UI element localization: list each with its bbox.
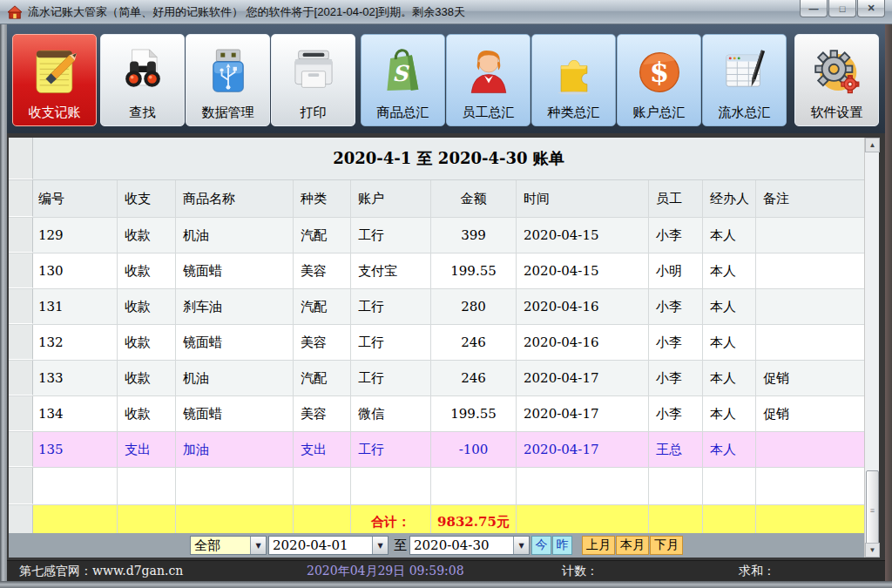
table-row-expense-selected[interactable]: 135 支出 加油 支出 工行 -100 2020-04-17 王总 本人: [9, 432, 864, 468]
cell-product: 镜面蜡: [176, 325, 294, 360]
table-row[interactable]: 130 收款 镜面蜡 美容 支付宝 199.55 2020-04-15 小明 本…: [9, 253, 864, 289]
home-icon: [7, 5, 23, 19]
cell-type: 收款: [118, 289, 176, 324]
table-row[interactable]: 131 收款 刹车油 汽配 工行 280 2020-04-16 小李 本人: [9, 289, 864, 325]
toolbar-button-label: 打印: [301, 105, 327, 119]
toolbar-button-label: 查找: [130, 105, 156, 119]
table-row[interactable]: 129 收款 机油 汽配 工行 399 2020-04-15 小李 本人: [9, 218, 864, 253]
toolbar-button-employee-summary[interactable]: 员工总汇: [446, 34, 530, 126]
row-header-cell[interactable]: [9, 432, 33, 467]
title-bar: 流水记账大管家（简单、好用的记账软件） 您的软件将于[2021-04-02]到期…: [0, 0, 892, 24]
cell-account: 微信: [351, 396, 431, 431]
row-header-cell: [9, 138, 33, 179]
cell-product: 机油: [176, 361, 294, 395]
svg-text:$: $: [649, 56, 668, 89]
prev-month-button[interactable]: 上月: [582, 536, 615, 555]
toolbar-button-settings[interactable]: 软件设置: [794, 34, 879, 126]
column-header[interactable]: 账户: [351, 180, 431, 217]
window-border-left: [0, 24, 7, 581]
vertical-scrollbar[interactable]: ▲ ≡ ▼: [864, 138, 879, 558]
category-select[interactable]: 全部 ▼: [190, 536, 267, 555]
next-month-button[interactable]: 下月: [650, 536, 683, 555]
cell-time: 2020-04-16: [517, 325, 649, 360]
toolbar-button-product-summary[interactable]: S 商品总汇: [361, 34, 445, 126]
cell-blank: [294, 468, 351, 504]
cell-category: 汽配: [294, 361, 351, 395]
cell-handler: 本人: [703, 325, 756, 360]
toolbar-button-label: 收支记账: [29, 105, 81, 119]
cell-type: 支出: [118, 432, 176, 467]
row-header-cell[interactable]: [9, 325, 33, 360]
column-header[interactable]: 时间: [517, 180, 649, 217]
toolbar-button-label: 账户总汇: [633, 105, 686, 119]
cell-employee: 小李: [649, 325, 703, 360]
toolbar-button-flow-summary[interactable]: 流水总汇: [702, 34, 787, 126]
cell-note: [756, 289, 864, 324]
row-header-cell[interactable]: [9, 396, 33, 431]
scroll-down-icon[interactable]: ▼: [865, 543, 880, 558]
cell-product: 加油: [176, 432, 294, 467]
toolbar-button-data-management[interactable]: 数据管理: [186, 34, 270, 126]
cell-account: 工行: [351, 325, 431, 360]
scroll-up-icon[interactable]: ▲: [865, 138, 880, 152]
puzzle-icon: [547, 45, 601, 99]
cell-handler: 本人: [703, 396, 756, 431]
close-button[interactable]: ✕: [857, 0, 885, 17]
table-header-row: 编号 收支 商品名称 种类 账户 金额 时间 员工 经办人 备注: [9, 180, 864, 218]
column-header[interactable]: 编号: [33, 180, 118, 217]
date-to-select[interactable]: 2020-04-30 ▼: [409, 536, 530, 555]
cell-id: 130: [33, 253, 118, 288]
column-header[interactable]: 员工: [649, 180, 703, 217]
cell-account: 支付宝: [351, 253, 431, 288]
table-row[interactable]: 132 收款 镜面蜡 美容 工行 246 2020-04-16 小李 本人: [9, 325, 864, 361]
row-header-cell[interactable]: [9, 361, 33, 395]
date-from-value: 2020-04-01: [269, 537, 372, 553]
cell-note: [756, 218, 864, 253]
row-header-cell[interactable]: [9, 289, 33, 324]
yesterday-button[interactable]: 昨: [552, 536, 572, 555]
column-header[interactable]: 经办人: [703, 180, 756, 217]
status-datetime: 2020年04月29日 09:59:08: [307, 564, 464, 579]
column-header[interactable]: 备注: [756, 180, 864, 217]
today-button[interactable]: 今: [531, 536, 551, 555]
minimize-button[interactable]: —: [800, 0, 828, 17]
column-header[interactable]: 种类: [294, 180, 351, 217]
toolbar-button-bookkeeping[interactable]: 收支记账: [12, 34, 97, 126]
chevron-down-icon[interactable]: ▼: [513, 537, 529, 554]
printer-icon: [287, 45, 341, 99]
date-from-select[interactable]: 2020-04-01 ▼: [268, 536, 389, 555]
current-month-button[interactable]: 本月: [616, 536, 649, 555]
chevron-down-icon[interactable]: ▼: [250, 537, 266, 554]
cell-blank: [703, 468, 756, 504]
table-row-empty[interactable]: [9, 468, 864, 505]
table-row[interactable]: 134 收款 镜面蜡 美容 微信 199.55 2020-04-17 小李 本人…: [9, 396, 864, 432]
row-header-cell[interactable]: [9, 468, 33, 504]
category-select-value: 全部: [191, 537, 250, 554]
cell-id: 133: [33, 361, 118, 395]
table-row[interactable]: 133 收款 机油 汽配 工行 246 2020-04-17 小李 本人 促销: [9, 361, 864, 396]
maximize-button[interactable]: □: [828, 0, 856, 17]
gears-icon: [810, 45, 864, 99]
notepad-pencil-icon: [28, 45, 82, 99]
cell-id: 135: [33, 432, 118, 467]
cell-type: 收款: [118, 396, 176, 431]
row-header-cell[interactable]: [9, 218, 33, 253]
chevron-down-icon[interactable]: ▼: [372, 537, 388, 554]
toolbar-button-category-summary[interactable]: 种类总汇: [531, 34, 616, 126]
column-header[interactable]: 金额: [431, 180, 517, 217]
toolbar-button-print[interactable]: 打印: [271, 34, 355, 126]
date-to-value: 2020-04-30: [410, 537, 513, 553]
scrollbar-thumb[interactable]: ≡: [866, 470, 879, 551]
cell-amount: 399: [431, 218, 517, 253]
cell-category: 支出: [294, 432, 351, 467]
toolbar-button-account-summary[interactable]: $ 账户总汇: [617, 34, 701, 126]
toolbar-button-label: 数据管理: [202, 105, 254, 119]
row-header-cell[interactable]: [9, 253, 33, 288]
cell-note: [756, 253, 864, 288]
cell-time: 2020-04-16: [517, 289, 649, 324]
cell-amount: 246: [431, 361, 517, 395]
column-header[interactable]: 收支: [118, 180, 176, 217]
toolbar-button-label: 软件设置: [811, 105, 863, 119]
toolbar-button-search[interactable]: 查找: [100, 34, 185, 126]
column-header[interactable]: 商品名称: [176, 180, 294, 217]
